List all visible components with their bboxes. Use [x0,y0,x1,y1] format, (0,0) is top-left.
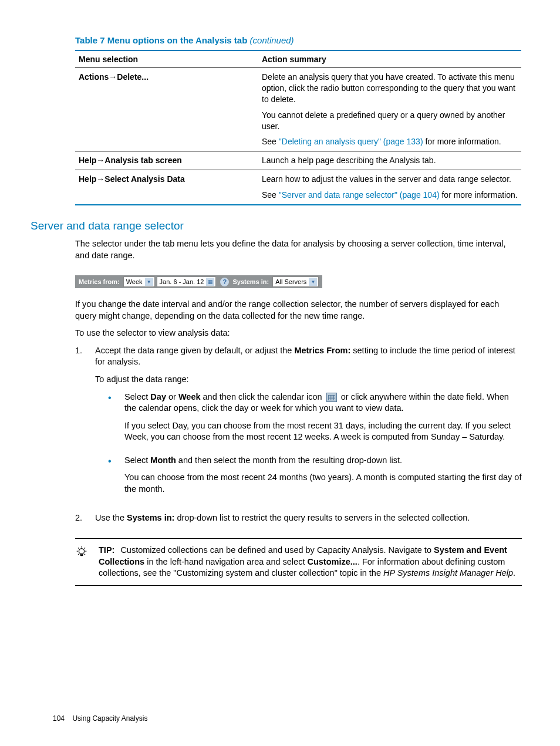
cell-text: Learn how to adjust the values in the se… [262,174,518,185]
paragraph: If you change the date interval and and/… [75,299,522,322]
selector-toolbar: Metrics from: Week ▼ Jan. 6 - Jan. 12 ▦ … [75,275,322,288]
date-range-field[interactable]: Jan. 6 - Jan. 12 ▦ [157,276,217,287]
bullet-list: • Select Day or Week and then click the … [108,391,522,501]
interval-dropdown[interactable]: Week ▼ [123,276,155,287]
svg-line-5 [78,548,79,548]
step-number: 2. [75,512,95,530]
menu-options-table: Menu selection Action summary Actions→De… [75,50,521,205]
menu-selection: Help→Analysis tab screen [75,151,258,170]
cell-text: You cannot delete a predefined query or … [262,110,518,132]
bullet-text: You can choose from the most recent 24 m… [124,472,522,495]
col-header-menu: Menu selection [75,50,258,68]
cell-text: Delete an analysis query that you have c… [262,72,518,105]
date-range-value: Jan. 6 - Jan. 12 [160,278,204,285]
col-header-action: Action summary [258,50,521,68]
svg-line-6 [85,548,85,548]
action-summary: Delete an analysis query that you have c… [258,68,521,151]
bullet-text: If you select Day, you can choose from t… [124,420,522,443]
tip-text: TIP:Customized collections can be define… [99,545,522,579]
action-summary: Learn how to adjust the values in the se… [258,170,521,205]
table-row: Actions→Delete... Delete an analysis que… [75,68,521,151]
table-caption-main: Table 7 Menu options on the Analysis tab [75,35,250,45]
calendar-icon[interactable]: ▦ [206,278,214,286]
help-icon[interactable]: ? [220,278,229,286]
cell-text: See "Deleting an analysis query" (page 1… [262,136,518,147]
tip-icon [75,545,99,579]
list-item: 2. Use the Systems in: drop-down list to… [75,512,522,530]
list-item: • Select Day or Week and then click the … [108,391,522,449]
action-summary: Launch a help page describing the Analys… [258,151,521,170]
metrics-from-label: Metrics from: [79,278,120,285]
chapter-title: Using Capacity Analysis [72,714,147,723]
svg-point-0 [79,549,84,554]
menu-selection: Help→Select Analysis Data [75,170,258,205]
bullet-text: Select Day or Week and then click the ca… [124,391,522,414]
step-text: To adjust the data range: [95,374,522,386]
cross-ref-link[interactable]: "Server and data range selector" (page 1… [279,190,440,200]
systems-value: All Servers [275,278,306,285]
chevron-down-icon: ▼ [145,278,153,286]
intro-paragraph: The selector under the tab menu lets you… [75,238,522,261]
section-heading: Server and data range selector [31,220,522,232]
table-caption-continued: (continued) [250,35,294,45]
bullet-text: Select Month and then select the month f… [124,455,522,467]
ordered-list: 1. Accept the data range given by defaul… [75,345,522,530]
list-item: 1. Accept the data range given by defaul… [75,345,522,507]
table-row: Help→Analysis tab screen Launch a help p… [75,151,521,170]
menu-selection: Actions→Delete... [75,68,258,151]
tip-box: TIP:Customized collections can be define… [75,538,522,586]
cross-ref-link[interactable]: "Deleting an analysis query" (page 133) [279,137,423,146]
cell-text: Launch a help page describing the Analys… [262,155,518,166]
step-text: Accept the data range given by default, … [95,345,522,368]
list-item: • Select Month and then select the month… [108,455,522,501]
page-number: 104 [53,714,65,723]
tip-label: TIP: [99,545,114,555]
cell-text: See "Server and data range selector" (pa… [262,190,518,201]
interval-value: Week [126,278,143,285]
step-text: Use the Systems in: drop-down list to re… [95,512,522,524]
svg-line-8 [85,554,85,555]
page-footer: 104 Using Capacity Analysis [53,714,147,723]
table-caption: Table 7 Menu options on the Analysis tab… [75,35,522,45]
systems-in-label: Systems in: [232,278,269,285]
bullet-icon: • [108,391,124,449]
paragraph: To use the selector to view analysis dat… [75,328,522,339]
svg-line-7 [78,554,79,555]
chevron-down-icon: ▼ [309,278,317,286]
table-row: Help→Select Analysis Data Learn how to a… [75,170,521,205]
systems-dropdown[interactable]: All Servers ▼ [272,276,319,287]
bullet-icon: • [108,455,124,501]
calendar-icon [326,393,337,402]
step-number: 1. [75,345,95,507]
